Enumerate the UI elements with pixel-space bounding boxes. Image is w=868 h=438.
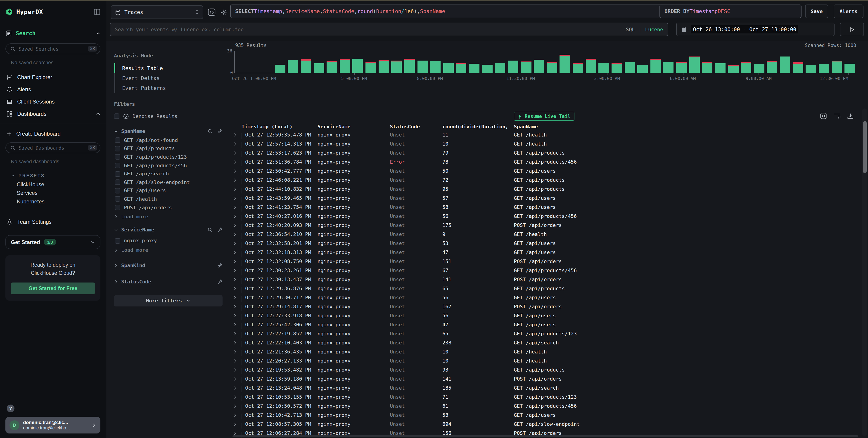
row-expander-icon[interactable] bbox=[231, 304, 242, 308]
histogram-bar[interactable] bbox=[521, 62, 531, 73]
resume-live-tail-button[interactable]: Resume Live Tail bbox=[514, 112, 575, 121]
histogram-bar[interactable] bbox=[806, 65, 816, 73]
row-expander-icon[interactable] bbox=[231, 241, 242, 245]
search-icon[interactable] bbox=[208, 227, 213, 232]
row-expander-icon[interactable] bbox=[231, 205, 242, 209]
col-statuscode[interactable]: StatusCode bbox=[390, 124, 442, 130]
filter-option[interactable]: GET /health bbox=[114, 195, 222, 203]
pin-icon[interactable] bbox=[218, 227, 222, 232]
histogram-bar[interactable] bbox=[650, 59, 661, 73]
sidebar-item-chart-explorer[interactable]: Chart Explorer bbox=[5, 71, 100, 83]
pin-icon[interactable] bbox=[218, 279, 222, 284]
table-row[interactable]: Oct 27 12:36:54.210 PM nginx-proxy Unset… bbox=[231, 230, 861, 239]
row-expander-icon[interactable] bbox=[231, 313, 242, 317]
row-expander-icon[interactable] bbox=[231, 178, 242, 182]
table-row[interactable]: Oct 27 12:32:18.313 PM nginx-proxy Unset… bbox=[231, 248, 861, 257]
col-servicename[interactable]: ServiceName bbox=[317, 124, 390, 130]
checkbox[interactable] bbox=[115, 238, 120, 243]
row-expander-icon[interactable] bbox=[231, 359, 242, 363]
histogram-bar[interactable] bbox=[676, 62, 687, 73]
code-view-button[interactable] bbox=[207, 7, 217, 17]
histogram-bar[interactable] bbox=[456, 63, 467, 73]
histogram-bar[interactable] bbox=[624, 62, 635, 73]
row-expander-icon[interactable] bbox=[231, 160, 242, 164]
row-expander-icon[interactable] bbox=[231, 431, 242, 435]
filter-group-spanname[interactable]: SpanName bbox=[114, 126, 222, 136]
table-row[interactable]: Oct 27 12:13:24.048 PM nginx-proxy Unset… bbox=[231, 383, 861, 392]
histogram-bar[interactable] bbox=[689, 57, 700, 73]
table-row[interactable]: Oct 27 12:57:14.313 PM nginx-proxy Unset… bbox=[231, 139, 861, 148]
row-expander-icon[interactable] bbox=[231, 422, 242, 426]
filter-group-spankind[interactable]: SpanKind bbox=[114, 261, 222, 271]
row-expander-icon[interactable] bbox=[231, 295, 242, 299]
histogram-bar[interactable] bbox=[352, 59, 363, 73]
histogram-bar[interactable] bbox=[767, 61, 777, 73]
histogram-bar[interactable] bbox=[288, 60, 298, 73]
filter-option[interactable]: GET /api/search bbox=[114, 170, 222, 178]
filter-option[interactable]: GET /api/products/456 bbox=[114, 161, 222, 170]
histogram-bar[interactable] bbox=[586, 59, 596, 73]
checkbox[interactable] bbox=[115, 146, 120, 151]
settings-gear-button[interactable] bbox=[218, 7, 228, 17]
mode-results-table[interactable]: Results Table bbox=[114, 63, 222, 73]
checkbox[interactable] bbox=[115, 180, 120, 185]
row-expander-icon[interactable] bbox=[231, 368, 242, 372]
histogram-bar[interactable] bbox=[430, 61, 440, 73]
filter-option[interactable]: GET /api/products/123 bbox=[114, 153, 222, 161]
histogram-bar[interactable] bbox=[378, 60, 389, 73]
histogram-bar[interactable] bbox=[663, 62, 674, 73]
table-row[interactable]: Oct 27 12:21:36.435 PM nginx-proxy Unset… bbox=[231, 347, 861, 356]
histogram-bar[interactable] bbox=[275, 65, 285, 73]
table-row[interactable]: Oct 27 12:41:23.754 PM nginx-proxy Unset… bbox=[231, 202, 861, 211]
filter-option[interactable]: nginx-proxy bbox=[114, 237, 222, 245]
sidebar-item-client-sessions[interactable]: Client Sessions bbox=[5, 95, 100, 108]
table-row[interactable]: Oct 27 12:43:59.465 PM nginx-proxy Unset… bbox=[231, 194, 861, 202]
checkbox[interactable] bbox=[115, 188, 120, 194]
get-started-toggle[interactable]: Get Started 3/3 bbox=[5, 235, 100, 249]
histogram-bar[interactable] bbox=[793, 62, 803, 73]
row-expander-icon[interactable] bbox=[231, 223, 242, 227]
histogram-bar[interactable] bbox=[560, 55, 570, 73]
table-row[interactable]: Oct 27 12:59:35.478 PM nginx-proxy Unset… bbox=[231, 130, 861, 139]
table-row[interactable]: Oct 27 12:30:23.261 PM nginx-proxy Unset… bbox=[231, 266, 861, 275]
histogram-bar[interactable] bbox=[301, 59, 311, 73]
row-expander-icon[interactable] bbox=[231, 377, 242, 381]
histogram-bar[interactable] bbox=[314, 63, 324, 73]
checkbox[interactable] bbox=[115, 163, 120, 168]
source-select[interactable]: Traces bbox=[111, 5, 203, 19]
table-row[interactable]: Oct 27 12:22:19.852 PM nginx-proxy Unset… bbox=[231, 329, 861, 338]
run-query-button[interactable] bbox=[840, 23, 864, 36]
histogram-bar[interactable] bbox=[417, 61, 428, 73]
sidebar-item-search[interactable]: Search bbox=[5, 28, 100, 39]
saved-dashboards-input[interactable]: Saved Dashboards ⌘K bbox=[5, 142, 100, 153]
table-row[interactable]: Oct 27 12:27:33.918 PM nginx-proxy Unset… bbox=[231, 311, 861, 320]
get-started-free-button[interactable]: Get Started for Free bbox=[11, 282, 95, 294]
table-row[interactable]: Oct 27 12:10:42.713 PM nginx-proxy Unset… bbox=[231, 410, 861, 419]
row-expander-icon[interactable] bbox=[231, 404, 242, 408]
lucene-search-input[interactable]: Search your events w/ Lucene ex. column:… bbox=[110, 23, 668, 36]
order-by-input[interactable]: ORDER BY Timestamp DESC bbox=[659, 4, 802, 18]
servicename-load-more[interactable]: Load more bbox=[114, 246, 222, 255]
denoise-results-toggle[interactable]: Denoise Results bbox=[114, 112, 222, 121]
row-expander-icon[interactable] bbox=[231, 196, 242, 200]
checkbox[interactable] bbox=[115, 196, 120, 202]
sidebar-collapse-icon[interactable] bbox=[94, 8, 100, 15]
table-row[interactable]: Oct 27 12:25:42.306 PM nginx-proxy Unset… bbox=[231, 320, 861, 329]
histogram-bar[interactable] bbox=[443, 63, 454, 73]
spanname-load-more[interactable]: Load more bbox=[114, 213, 222, 221]
sidebar-item-team-settings[interactable]: Team Settings bbox=[5, 215, 100, 228]
filter-option[interactable]: GET /api/products bbox=[114, 144, 222, 153]
col-timestamp[interactable]: Timestamp (Local) bbox=[242, 124, 317, 130]
vertical-scrollbar[interactable] bbox=[862, 108, 867, 436]
sidebar-item-dashboards[interactable]: Dashboards bbox=[5, 108, 100, 120]
row-expander-icon[interactable] bbox=[231, 187, 242, 191]
histogram-bar[interactable] bbox=[741, 62, 751, 73]
row-expander-icon[interactable] bbox=[231, 259, 242, 263]
saved-searches-input[interactable]: Saved Searches ⌘K bbox=[5, 43, 100, 54]
filter-option[interactable]: GET /api/users bbox=[114, 187, 222, 195]
histogram-bar[interactable] bbox=[534, 60, 544, 73]
checkbox[interactable] bbox=[114, 113, 119, 119]
table-row[interactable]: Oct 27 12:32:08.750 PM nginx-proxy Unset… bbox=[231, 257, 861, 266]
table-row[interactable]: Oct 27 12:44:10.832 PM nginx-proxy Unset… bbox=[231, 184, 861, 194]
lucene-mode-toggle[interactable]: Lucene bbox=[645, 27, 663, 32]
